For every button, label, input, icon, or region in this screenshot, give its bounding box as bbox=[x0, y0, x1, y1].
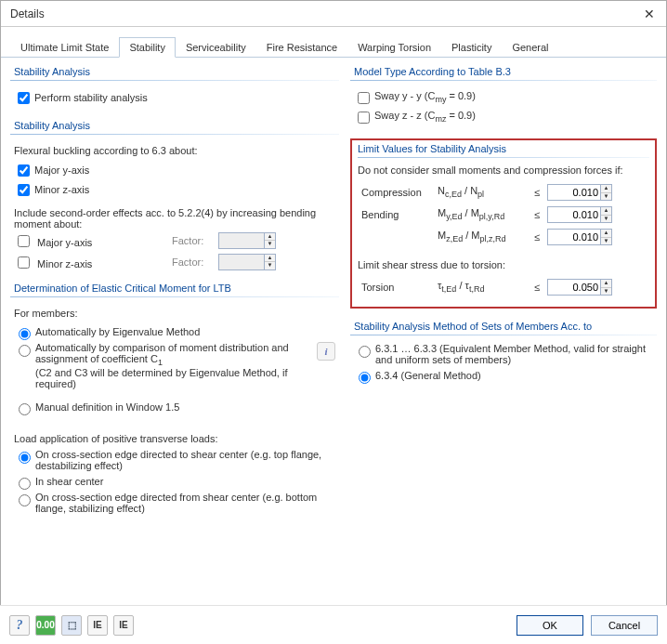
rdo-method-634-label: 6.3.4 (General Method) bbox=[375, 370, 481, 381]
chk-flex-major-y-label: Major y-axis bbox=[34, 164, 89, 176]
for-members-label: For members: bbox=[14, 305, 335, 322]
group-stability-analysis-2-title: Stability Analysis bbox=[10, 117, 339, 134]
rdo-manual-def-label: Manual definition in Window 1.5 bbox=[35, 401, 179, 413]
tab-serviceability[interactable]: Serviceability bbox=[176, 37, 256, 58]
torsion-label: Torsion bbox=[360, 277, 434, 297]
limit-compression-spinner[interactable]: ▲▼ bbox=[601, 184, 612, 201]
tab-warping-torsion[interactable]: Warping Torsion bbox=[347, 37, 441, 58]
rdo-method-633-label: 6.3.1 … 6.3.3 (Equivalent Member Method,… bbox=[375, 343, 653, 365]
chk-perform-stability-label: Perform stability analysis bbox=[34, 92, 148, 103]
chk-flex-major-y[interactable] bbox=[18, 164, 30, 177]
rdo-method-634[interactable] bbox=[359, 372, 371, 384]
formula-compression: Nc,Ed / Npl bbox=[436, 182, 529, 203]
formula-bending-z: Mz,Ed / Mpl,z,Rd bbox=[436, 227, 529, 247]
rdo-auto-eigenvalue-label: Automatically by Eigenvalue Method bbox=[35, 326, 200, 337]
footer-icon-5[interactable]: IE bbox=[113, 615, 134, 636]
factor-y-input bbox=[218, 232, 265, 249]
chk-flex-minor-z-label: Minor z-axis bbox=[34, 184, 89, 195]
footer-icon-4[interactable]: IE bbox=[87, 615, 108, 636]
factor-y-spinner: ▲▼ bbox=[265, 232, 276, 249]
load-app-intro: Load application of positive transverse … bbox=[14, 430, 335, 447]
rdo-auto-compare-label: Automatically by comparison of moment di… bbox=[35, 342, 289, 364]
tab-plasticity[interactable]: Plasticity bbox=[441, 37, 502, 58]
factor-z-input bbox=[218, 254, 265, 270]
chk-so-major-y-label: Major y-axis bbox=[37, 237, 92, 248]
limit-intro: Do not consider small moments and compre… bbox=[358, 162, 649, 178]
group-limit-values-title: Limit Values for Stability Analysis bbox=[358, 140, 649, 157]
ok-button[interactable]: OK bbox=[517, 615, 583, 636]
group-model-type-title: Model Type According to Table B.3 bbox=[350, 63, 657, 80]
close-icon[interactable]: ✕ bbox=[640, 7, 659, 21]
rdo-in-shear-center[interactable] bbox=[19, 478, 31, 490]
tab-general[interactable]: General bbox=[502, 37, 558, 58]
limit-torsion-spinner[interactable]: ▲▼ bbox=[601, 279, 612, 296]
rdo-edge-to-shear-label: On cross-section edge directed to shear … bbox=[35, 449, 335, 471]
tab-stability[interactable]: Stability bbox=[119, 37, 176, 58]
footer-units-icon[interactable]: 0.00 bbox=[35, 615, 56, 636]
limit-values-box: Limit Values for Stability Analysis Do n… bbox=[350, 138, 657, 309]
group-stability-analysis-1-title: Stability Analysis bbox=[10, 63, 339, 80]
chk-so-major-y[interactable] bbox=[18, 235, 30, 247]
tab-fire-resistance[interactable]: Fire Resistance bbox=[256, 37, 347, 58]
limit-bending-z-spinner[interactable]: ▲▼ bbox=[601, 229, 612, 245]
formula-torsion: τt,Ed / τt,Rd bbox=[436, 277, 529, 297]
footer-help-icon[interactable]: ? bbox=[9, 615, 30, 636]
limit-bending-y-spinner[interactable]: ▲▼ bbox=[601, 206, 612, 223]
chk-sway-y-label: Sway y - y (Cmy = 0.9) bbox=[374, 90, 476, 104]
limit-bending-z-input[interactable] bbox=[547, 229, 601, 245]
limit-torsion-input[interactable] bbox=[547, 279, 601, 296]
le-4: ≤ bbox=[530, 277, 543, 297]
rdo-manual-def[interactable] bbox=[19, 403, 31, 415]
chk-perform-stability[interactable] bbox=[18, 92, 30, 104]
bending-label: Bending bbox=[360, 204, 434, 225]
le-2: ≤ bbox=[530, 204, 543, 225]
rdo-auto-eigenvalue[interactable] bbox=[19, 328, 31, 340]
rdo-edge-from-shear[interactable] bbox=[19, 494, 31, 506]
rdo-auto-compare[interactable] bbox=[19, 345, 31, 357]
limit-compression-input[interactable] bbox=[547, 184, 601, 201]
rdo-auto-compare-sub: (C2 and C3 will be determined by Eigenva… bbox=[35, 367, 287, 389]
le-3: ≤ bbox=[530, 227, 543, 247]
limit-bending-y-input[interactable] bbox=[547, 206, 601, 223]
tab-bar: Ultimate Limit State Stability Serviceab… bbox=[1, 27, 666, 58]
chk-sway-y[interactable] bbox=[358, 92, 370, 104]
chk-flex-minor-z[interactable] bbox=[18, 184, 30, 196]
rdo-method-633[interactable] bbox=[359, 346, 371, 358]
group-method-sets-title: Stability Analysis Method of Sets of Mem… bbox=[350, 318, 657, 335]
second-order-intro: Include second-order effects acc. to 5.2… bbox=[14, 207, 335, 230]
cancel-button[interactable]: Cancel bbox=[591, 615, 658, 636]
factor-y-label: Factor: bbox=[172, 235, 218, 246]
le-1: ≤ bbox=[530, 182, 543, 203]
rdo-edge-to-shear[interactable] bbox=[19, 452, 31, 464]
chk-so-minor-z[interactable] bbox=[18, 256, 30, 269]
factor-z-spinner: ▲▼ bbox=[265, 254, 276, 270]
flexural-intro: Flexural buckling according to 6.3 about… bbox=[14, 142, 335, 159]
chk-sway-z[interactable] bbox=[358, 112, 370, 124]
window-title: Details bbox=[10, 7, 45, 20]
group-elastic-moment-title: Determination of Elastic Critical Moment… bbox=[10, 280, 339, 296]
chk-sway-z-label: Sway z - z (Cmz = 0.9) bbox=[374, 110, 476, 124]
formula-bending-y: My,Ed / Mpl,y,Rd bbox=[436, 204, 529, 225]
footer-icon-3[interactable]: ⬚ bbox=[61, 615, 82, 636]
torsion-intro: Limit shear stress due to torsion: bbox=[358, 256, 649, 273]
tab-ultimate-limit-state[interactable]: Ultimate Limit State bbox=[10, 37, 119, 58]
rdo-edge-from-shear-label: On cross-section edge directed from shea… bbox=[35, 492, 335, 514]
chk-so-minor-z-label: Minor z-axis bbox=[37, 258, 92, 269]
compression-label: Compression bbox=[360, 182, 434, 203]
info-icon[interactable]: i bbox=[317, 342, 335, 361]
rdo-in-shear-center-label: In shear center bbox=[35, 476, 103, 487]
factor-z-label: Factor: bbox=[172, 256, 218, 268]
